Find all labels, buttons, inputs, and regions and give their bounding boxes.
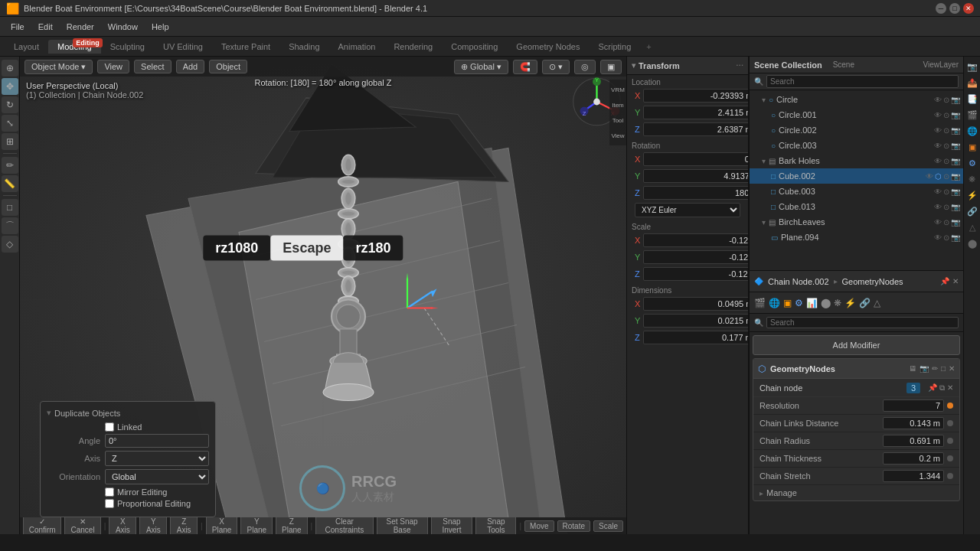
outliner-item-circle001[interactable]: ○ Circle.001 👁 ⊙ 📷 [750,107,963,122]
tool-cursor[interactable]: ⊕ [2,60,18,77]
tool-measure[interactable]: 📏 [2,175,18,192]
bark-render-icon[interactable]: 📷 [951,157,960,165]
plane094-viewport-icon[interactable]: ⊙ [943,233,949,242]
rotation-y-field[interactable] [643,169,749,183]
outliner-item-cube002[interactable]: □ Cube.002 👁 ⬡ ⊙ 📷 [750,168,963,184]
object-prop-icon[interactable]: ▣ [783,298,792,308]
tab-compositing[interactable]: Compositing [442,40,507,54]
outliner-item-circle[interactable]: ▾ ○ Circle 👁 ⊙ 📷 [750,92,963,107]
outliner-item-bark-holes[interactable]: ▾ ▤ Bark Holes 👁 ⊙ 📷 [750,153,963,168]
view-layer-settings-icon[interactable]: 📑 [965,92,979,106]
location-z-field[interactable] [643,122,749,136]
location-y-field[interactable] [643,106,749,119]
birch-viewport-icon[interactable]: ⊙ [943,218,949,227]
menu-window[interactable]: Window [102,21,144,33]
tab-modeling[interactable]: Modeling Editing [48,40,101,54]
menu-help[interactable]: Help [145,21,175,33]
modifier-render-icon[interactable]: 📷 [920,364,929,373]
object-settings-icon[interactable]: ▣ [965,140,979,154]
chain-thickness-keyframe-dot[interactable] [947,455,953,461]
rotation-mode-select[interactable]: XYZ Euler Quaternion Axis Angle [635,203,740,217]
proportional-editing-checkbox[interactable] [105,499,114,508]
render-settings-icon[interactable]: 📷 [965,60,979,73]
menu-render[interactable]: Render [60,21,100,33]
cube002-geonode-icon[interactable]: ⬡ [935,172,942,181]
physics-settings-icon[interactable]: ⚡ [965,188,979,202]
rotation-z-field[interactable] [643,186,749,200]
menu-edit[interactable]: Edit [32,21,59,33]
x-axis-btn[interactable]: X Axis [109,517,136,534]
cube013-render-icon[interactable]: 📷 [951,203,960,211]
scale-y-field[interactable] [643,250,749,264]
tab-animation[interactable]: Animation [329,40,385,54]
modifier-cage-icon[interactable]: □ [941,364,946,373]
viewport-icon-002[interactable]: ⊙ [943,126,949,135]
tab-texture-paint[interactable]: Texture Paint [212,40,279,54]
dim-y-field[interactable] [643,314,749,328]
set-snap-base-btn[interactable]: Set Snap Base [377,517,428,534]
data-prop-icon[interactable]: 📊 [806,298,818,308]
outliner-item-circle002[interactable]: ○ Circle.002 👁 ⊙ 📷 [750,122,963,138]
viewport-icon-001[interactable]: ⊙ [943,111,949,119]
tab-uv-editing[interactable]: UV Editing [154,40,212,54]
bark-viewport-icon[interactable]: ⊙ [943,157,949,165]
chain-radius-keyframe-dot[interactable] [947,438,953,444]
tool-rotate[interactable]: ↻ [2,96,18,113]
mirror-editing-checkbox[interactable] [105,487,114,497]
tool-transform[interactable]: ⊞ [2,133,18,150]
linked-checkbox[interactable] [105,422,114,432]
dim-x-field[interactable] [643,297,749,311]
chain-stretch-input[interactable] [883,470,944,482]
tab-shading[interactable]: Shading [279,40,328,54]
modifier-prop-icon[interactable]: ⚙ [795,298,803,308]
cube002-viewport-icon[interactable]: ⊙ [943,172,949,181]
scale-x-field[interactable] [643,233,749,247]
transform-header[interactable]: ▾ Transform ⋯ [627,57,748,75]
visibility-icon-001[interactable]: 👁 [934,111,942,119]
scale-z-field[interactable] [643,267,749,281]
menu-file[interactable]: File [5,21,31,33]
world-prop-icon[interactable]: 🌐 [769,298,780,308]
render-icon-003[interactable]: 📷 [951,142,960,150]
prop-pin-icon[interactable]: 📌 [940,277,949,285]
add-workspace-button[interactable]: + [640,40,657,54]
cancel-btn[interactable]: ✕ Cancel [64,517,100,534]
constraints-settings-icon[interactable]: 🔗 [965,204,979,218]
view-menu-btn[interactable]: View [97,60,129,73]
tool-add-curve[interactable]: ⌒ [2,217,18,234]
dim-z-field[interactable] [643,331,749,344]
object-menu-btn[interactable]: Object [209,60,247,73]
mode-selector[interactable]: Object Mode ▾ [24,60,93,74]
tab-layout[interactable]: Layout [5,40,48,54]
tab-scripting[interactable]: Scripting [589,40,640,54]
location-x-field[interactable] [643,89,749,103]
physics-prop-icon[interactable]: ⚡ [844,298,856,308]
chain-thickness-input[interactable] [883,452,944,465]
axis-select[interactable]: Z X Y [105,451,209,466]
manage-button[interactable]: ▸ Manage [753,485,959,500]
visibility-icon-002[interactable]: 👁 [934,126,942,135]
object-data-prop-icon[interactable]: △ [874,298,880,308]
cube003-visibility-icon[interactable]: 👁 [934,187,942,196]
cube002-visibility-icon[interactable]: 👁 [926,172,933,181]
visibility-icon[interactable]: 👁 [934,96,942,104]
snap-tools-btn[interactable]: Snap Tools [475,517,516,534]
scene-prop-icon[interactable]: 🎬 [754,298,766,308]
select-menu-btn[interactable]: Select [134,60,172,73]
snap-invert-btn[interactable]: Snap Invert [431,517,473,534]
output-settings-icon[interactable]: 📤 [965,76,979,90]
material-prop-icon[interactable]: ⬤ [821,298,831,308]
viewport-icon-003[interactable]: ⊙ [943,142,949,150]
tab-rendering[interactable]: Rendering [384,40,442,54]
outliner-item-cube013[interactable]: □ Cube.013 👁 ⊙ 📷 [750,199,963,214]
maximize-button[interactable]: □ [949,3,960,14]
resolution-keyframe-dot[interactable] [947,403,953,409]
move-op-btn[interactable]: Move [524,520,554,532]
data-settings-icon[interactable]: △ [965,220,979,234]
world-settings-icon[interactable]: 🌐 [965,124,979,138]
chain-links-distance-input[interactable] [883,417,944,429]
key-hint-escape[interactable]: Escape [270,235,343,260]
outliner-item-cube003[interactable]: □ Cube.003 👁 ⊙ 📷 [750,184,963,199]
particles-settings-icon[interactable]: ❋ [965,172,979,186]
confirm-btn[interactable]: ✓ Confirm [23,517,61,534]
